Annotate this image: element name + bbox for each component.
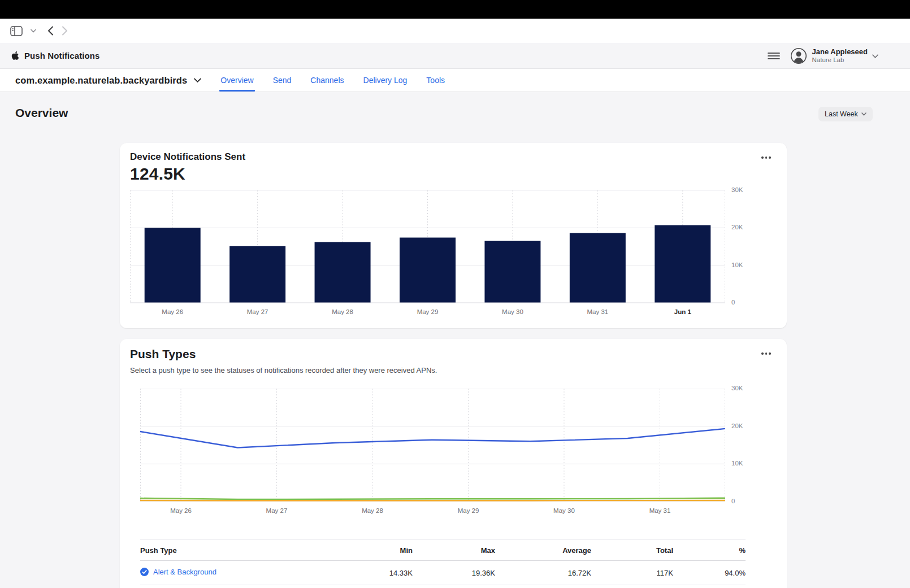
bundle-id: com.example.naturelab.backyardbirds <box>15 75 187 86</box>
subnav: com.example.naturelab.backyardbirds Over… <box>0 69 910 92</box>
menu-button[interactable] <box>768 53 780 59</box>
bar-may-29[interactable] <box>400 238 456 303</box>
card-subtitle: Select a push type to see the statuses o… <box>130 366 437 374</box>
push-types-table: Push TypeMinMaxAverageTotal% Alert & Bac… <box>140 539 746 585</box>
table-cell: 19.36K <box>413 561 495 585</box>
bar-may-28[interactable] <box>315 242 371 303</box>
date-range-selector[interactable]: Last Week <box>818 107 873 121</box>
table-cell: 117K <box>591 561 673 585</box>
back-arrow-icon <box>47 26 54 36</box>
device-notifications-card: Device Notifications Sent 124.5K 010K20K… <box>120 143 787 328</box>
browser-toolbar: icloud.developer.apple.com <box>0 19 910 43</box>
x-axis-tick-label: May 30 <box>553 507 575 514</box>
table-header-max: Max <box>413 540 495 561</box>
push-types-card: Push Types Select a push type to see the… <box>120 339 787 588</box>
chevron-down-icon <box>861 112 866 116</box>
x-axis-tick-label: May 27 <box>266 507 288 514</box>
app-title: Push Notifications <box>24 51 99 60</box>
tab-delivery-log[interactable]: Delivery Log <box>363 69 408 92</box>
x-axis-tick-label: May 28 <box>332 308 353 315</box>
y-axis-tick-label: 30K <box>731 186 743 193</box>
chevron-down-icon <box>31 29 36 33</box>
bar-may-31[interactable] <box>570 233 626 303</box>
table-cell: 14.33K <box>330 561 413 585</box>
x-axis-tick-label: May 29 <box>417 308 439 315</box>
bundle-id-selector[interactable]: com.example.naturelab.backyardbirds <box>15 75 201 86</box>
table-header-average: Average <box>495 540 591 561</box>
card-menu-button[interactable] <box>759 154 773 161</box>
x-axis-tick-label: Jun 1 <box>674 308 691 315</box>
tab-overview[interactable]: Overview <box>220 69 253 92</box>
page-title: Overview <box>15 106 68 120</box>
push-types-line-chart: 010K20K30KMay 26May 27May 28May 29May 30… <box>140 389 757 520</box>
x-axis-tick-label: May 27 <box>247 308 268 315</box>
check-circle-icon <box>140 568 149 576</box>
bar-jun-1[interactable] <box>655 225 710 303</box>
table-row: Alert & Background14.33K19.36K16.72K117K… <box>140 561 746 585</box>
sidebar-icon <box>10 26 23 36</box>
bar-may-27[interactable] <box>229 246 285 303</box>
x-axis-tick-label: May 28 <box>362 507 383 514</box>
device-notifications-bar-chart: 010K20K30KMay 26May 27May 28May 29May 30… <box>130 190 759 321</box>
y-axis-tick-label: 20K <box>731 224 743 230</box>
y-axis-tick-label: 30K <box>731 385 743 391</box>
forward-arrow-icon <box>62 26 68 36</box>
x-axis-tick-label: May 26 <box>170 507 192 514</box>
table-header-push-type: Push Type <box>140 540 330 561</box>
card-title: Device Notifications Sent <box>130 151 245 163</box>
x-axis-tick-label: May 31 <box>587 308 608 315</box>
chevron-down-icon <box>872 54 878 58</box>
avatar-icon <box>790 47 807 64</box>
y-axis-tick-label: 10K <box>731 460 743 467</box>
tab-group-chevron-button[interactable] <box>31 29 36 33</box>
y-axis-tick-label: 0 <box>731 498 735 504</box>
user-menu[interactable]: Jane Appleseed Nature Lab <box>790 47 878 64</box>
tab-send[interactable]: Send <box>273 69 292 92</box>
window-top-bar <box>0 0 910 19</box>
sidebar-toggle-button[interactable] <box>10 26 23 36</box>
back-button[interactable] <box>47 26 54 36</box>
x-axis-tick-label: May 30 <box>502 308 523 315</box>
table-header-total: Total <box>591 540 673 561</box>
tab-tools[interactable]: Tools <box>426 69 445 92</box>
line-series-series-green[interactable] <box>140 498 725 499</box>
table-cell: 16.72K <box>495 561 591 585</box>
x-axis-tick-label: May 29 <box>458 507 479 514</box>
x-axis-tick-label: May 26 <box>162 308 183 315</box>
line-series-alert-background[interactable] <box>140 429 725 448</box>
card-title: Push Types <box>130 347 196 361</box>
x-axis-tick-label: May 31 <box>649 507 671 514</box>
apple-logo-icon <box>11 51 19 60</box>
y-axis-tick-label: 0 <box>731 299 735 306</box>
push-type-link[interactable]: Alert & Background <box>140 568 216 576</box>
table-header-min: Min <box>330 540 413 561</box>
card-menu-button[interactable] <box>759 350 773 357</box>
forward-button[interactable] <box>62 26 68 36</box>
date-range-label: Last Week <box>825 110 858 118</box>
chevron-down-icon <box>194 78 201 82</box>
user-name: Jane Appleseed <box>812 48 868 56</box>
y-axis-tick-label: 20K <box>731 423 743 429</box>
notifications-total: 124.5K <box>130 164 185 184</box>
y-axis-tick-label: 10K <box>731 262 743 268</box>
table-cell: 94.0% <box>673 561 746 585</box>
hamburger-icon <box>768 53 780 59</box>
table-header--: % <box>673 540 746 561</box>
bar-may-26[interactable] <box>145 228 201 303</box>
nav-tabs: OverviewSendChannelsDelivery LogTools <box>220 69 445 92</box>
app-header: Push Notifications Jane Appleseed Nature… <box>0 43 910 69</box>
user-org: Nature Lab <box>812 56 868 64</box>
tab-channels[interactable]: Channels <box>310 69 344 92</box>
bar-may-30[interactable] <box>484 241 540 303</box>
